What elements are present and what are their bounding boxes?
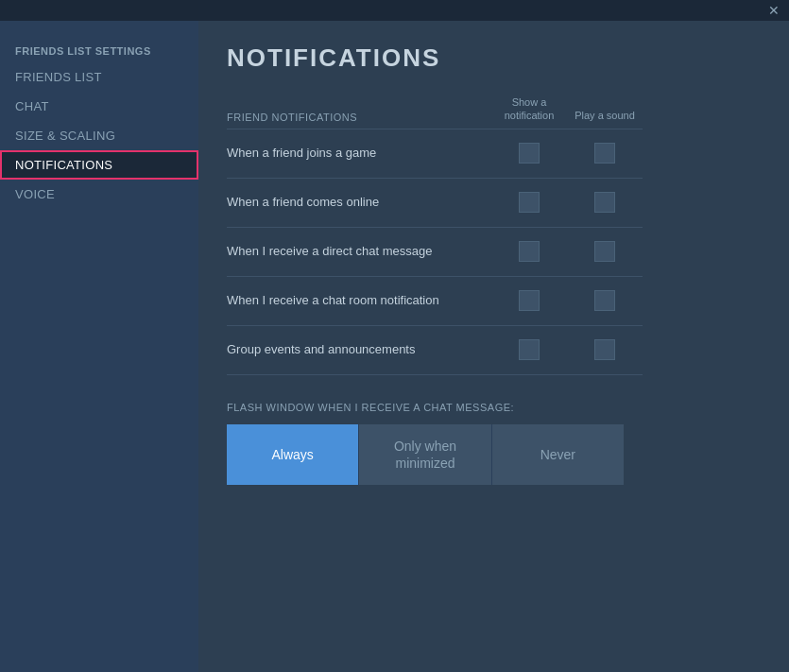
flash-always-button[interactable]: Always: [227, 424, 358, 485]
sidebar-section-title: FRIENDS LIST SETTINGS: [0, 40, 198, 62]
flash-buttons-group: Always Only when minimized Never: [227, 424, 624, 485]
flash-never-button[interactable]: Never: [491, 424, 624, 485]
table-row: When I receive a chat room notification: [227, 277, 643, 326]
title-bar: ✕: [0, 0, 789, 21]
page-title: NOTIFICATIONS: [227, 43, 761, 73]
notifications-table: FRIEND NOTIFICATIONS Show a notification…: [227, 95, 643, 375]
sidebar-item-size-scaling[interactable]: SIZE & SCALING: [0, 121, 198, 150]
sidebar-item-voice[interactable]: VOICE: [0, 180, 198, 209]
row-label-friend-joins: When a friend joins a game: [227, 145, 491, 162]
play-sound-checkbox-direct-chat[interactable]: [594, 241, 615, 262]
sound-checkbox-cell: [567, 339, 643, 360]
settings-window: ✕ FRIENDS LIST SETTINGS FRIENDS LIST CHA…: [0, 0, 789, 672]
col-friend-notifications: FRIEND NOTIFICATIONS: [227, 112, 491, 123]
col-play-sound: Play a sound: [567, 109, 643, 122]
row-label-group-events: Group events and announcements: [227, 341, 491, 358]
table-row: When I receive a direct chat message: [227, 228, 643, 277]
show-checkbox-cell: [491, 241, 567, 262]
row-label-friend-online: When a friend comes online: [227, 194, 491, 211]
sidebar-item-notifications[interactable]: NOTIFICATIONS: [0, 150, 198, 180]
show-checkbox-cell: [491, 290, 567, 311]
flash-only-minimized-button[interactable]: Only when minimized: [358, 424, 490, 485]
sidebar: FRIENDS LIST SETTINGS FRIENDS LIST CHAT …: [0, 21, 198, 672]
close-button[interactable]: ✕: [764, 2, 783, 19]
sound-checkbox-cell: [567, 241, 643, 262]
content-area: FRIENDS LIST SETTINGS FRIENDS LIST CHAT …: [0, 21, 789, 672]
table-row: Group events and announcements: [227, 326, 643, 375]
show-checkbox-cell: [491, 143, 567, 164]
play-sound-checkbox-chat-room[interactable]: [594, 290, 615, 311]
show-checkbox-cell: [491, 339, 567, 360]
show-notification-checkbox-group-events[interactable]: [519, 339, 540, 360]
row-label-chat-room: When I receive a chat room notification: [227, 292, 491, 309]
show-notification-checkbox-chat-room[interactable]: [519, 290, 540, 311]
sidebar-item-friends-list[interactable]: FRIENDS LIST: [0, 62, 198, 92]
table-row: When a friend joins a game: [227, 129, 643, 179]
flash-label: FLASH WINDOW WHEN I RECEIVE A CHAT MESSA…: [227, 402, 643, 413]
show-notification-checkbox-friend-online[interactable]: [519, 192, 540, 213]
row-label-direct-chat: When I receive a direct chat message: [227, 243, 491, 260]
show-notification-checkbox-direct-chat[interactable]: [519, 241, 540, 262]
show-checkbox-cell: [491, 192, 567, 213]
flash-section: FLASH WINDOW WHEN I RECEIVE A CHAT MESSA…: [227, 402, 643, 485]
main-content: NOTIFICATIONS FRIEND NOTIFICATIONS Show …: [198, 21, 789, 672]
sound-checkbox-cell: [567, 192, 643, 213]
play-sound-checkbox-friend-online[interactable]: [594, 192, 615, 213]
show-notification-checkbox-friend-joins[interactable]: [519, 143, 540, 164]
play-sound-checkbox-group-events[interactable]: [594, 339, 615, 360]
table-row: When a friend comes online: [227, 179, 643, 228]
col-show-notification: Show a notification: [491, 95, 567, 123]
sidebar-item-chat[interactable]: CHAT: [0, 92, 198, 121]
play-sound-checkbox-friend-joins[interactable]: [594, 143, 615, 164]
table-header: FRIEND NOTIFICATIONS Show a notification…: [227, 95, 643, 129]
sound-checkbox-cell: [567, 290, 643, 311]
sound-checkbox-cell: [567, 143, 643, 164]
